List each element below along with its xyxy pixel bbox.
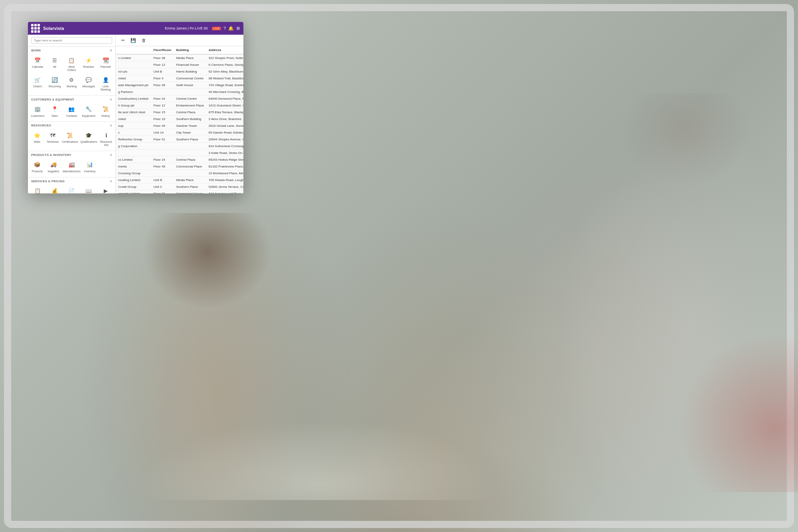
suppliers-icon: 🚚 <box>49 160 58 169</box>
resource-info-label: Resource Info <box>100 140 113 146</box>
sidebar-item-customers[interactable]: 🏢 Customers <box>30 103 46 119</box>
window-body: WORK ∧ 📅 Calendar ☰ All 📋 Work Orders <box>28 35 243 193</box>
table-row[interactable]: cs Limited Floor 24 Central Plaza 65243 … <box>116 156 243 163</box>
table-row[interactable]: Refineries Group Floor 31 Southern Plaza… <box>116 136 243 143</box>
table-row[interactable]: mited Floor 4 Commercial Centre 98 Molan… <box>116 75 243 82</box>
delete-button[interactable]: 🗑 <box>140 36 148 44</box>
table-row[interactable]: ments Floor 49 Commercial Place 81192 Pr… <box>116 163 243 170</box>
cell-company: cs Limited <box>116 156 151 163</box>
cell-floor: Floor 38 <box>151 54 174 61</box>
sidebar-item-service-levels[interactable]: 📋 Service Levels <box>30 185 46 194</box>
sidebar-item-planned[interactable]: 📆 Planned <box>97 54 114 73</box>
sidebar-section-work: WORK ∧ 📅 Calendar ☰ All 📋 Work Orders <box>28 47 115 96</box>
application-window: Solarvista Emma James | PA LIVE 60 LIVE … <box>28 22 243 193</box>
table-body: s Limited Floor 38 Media Place 322 Shopk… <box>116 54 243 193</box>
table-row[interactable]: g Partners 40 Merchant Crossing, Bridge <box>116 89 243 95</box>
notifications-icon[interactable]: 🔔 <box>228 26 234 31</box>
table-row[interactable]: tte and Ullrich Hold Floor 15 Central Pl… <box>116 109 243 116</box>
sidebar-item-working[interactable]: ⚙ Working <box>63 74 80 93</box>
sidebar-item-history[interactable]: 📜 History <box>97 103 114 119</box>
table-row[interactable]: nsulting Limited Unit B Media Place 709 … <box>116 177 243 183</box>
sidebar-item-orders[interactable]: 🛒 Orders <box>30 74 46 93</box>
sidebar-item-recurring[interactable]: 🔄 Recurring <box>47 74 63 93</box>
cell-address: 40 Merchant Crossing, Bridge <box>206 89 243 95</box>
sidebar-section-resources: RESOURCES ∧ ⭐ Skills 🗺 Territories 📜 Cer… <box>28 122 115 151</box>
sidebar-item-skills[interactable]: ⭐ Skills <box>30 129 45 148</box>
cell-building: Southern Place <box>174 183 206 190</box>
section-header-resources: RESOURCES ∧ <box>28 122 115 128</box>
sidebar-item-sites[interactable]: 📍 Sites <box>47 103 63 119</box>
cell-address: 64540 Kenwood Place, Nottin <box>206 95 243 102</box>
data-table-container: Floor/Room Building Address s Limited Fl… <box>116 46 243 193</box>
table-row[interactable]: Crossing Group 10 Brentwood Place, Alton… <box>116 170 243 177</box>
certifications-icon: 📜 <box>65 131 74 140</box>
sidebar-item-resource-info[interactable]: ℹ Resource Info <box>99 129 114 148</box>
table-row[interactable]: h Group plc Floor 12 Embankment Plaza 10… <box>116 102 243 109</box>
table-row[interactable]: 3 Katie Road, Stoke-On-Trent, <box>116 150 243 156</box>
save-button[interactable]: 💾 <box>129 36 137 44</box>
sidebar-item-inventory[interactable]: 📊 Inventory <box>82 159 98 175</box>
table-row[interactable]: Credit Group Unit C Southern Place 52840… <box>116 183 243 190</box>
cell-floor <box>151 170 174 177</box>
products-label: Products <box>32 170 43 173</box>
sidebar-item-equipment[interactable]: 🔧 Equipment <box>81 103 97 119</box>
history-label: History <box>101 114 110 118</box>
table-row[interactable]: g Corporation 624 Sutherland Crossing, H… <box>116 143 243 150</box>
table-row[interactable]: oup Floor 49 Gardner Tower 2619 Gerald L… <box>116 122 243 129</box>
sidebar-item-work-orders[interactable]: 📋 Work Orders <box>63 54 80 73</box>
table-row[interactable]: Floor 12 Financial House 6 Clemons Plaza… <box>116 61 243 68</box>
settings-icon[interactable]: ⚙ <box>236 26 240 31</box>
cell-floor <box>151 89 174 95</box>
cell-address: 2619 Gerald Lane, Norwich, N <box>206 122 243 129</box>
table-row[interactable]: s Limited Floor 38 Media Place 322 Shopk… <box>116 54 243 61</box>
table-row[interactable]: rch plc Unit B Harris Building 62 Grim A… <box>116 68 243 75</box>
manufacturers-label: Manufacturers <box>63 170 81 173</box>
sidebar-item-suppliers[interactable]: 🚚 Suppliers <box>46 159 61 175</box>
sidebar-item-messages[interactable]: 💬 Messages <box>81 74 97 93</box>
search-input[interactable] <box>31 37 112 44</box>
products-icons-grid: 📦 Products 🚚 Suppliers 🏭 Manufacturers 📊… <box>28 158 115 177</box>
table-row[interactable]: pments Limited Floor 33 Commercial House… <box>116 190 243 194</box>
table-row[interactable]: c Unit 14 City Tower 65 Darwin Road, Edi… <box>116 129 243 136</box>
edit-button[interactable]: ✏ <box>119 36 127 44</box>
cell-company <box>116 61 151 68</box>
cell-company: nsulting Limited <box>116 177 151 183</box>
sidebar-item-territories[interactable]: 🗺 Territories <box>45 129 61 148</box>
chevron-icon: ∧ <box>110 124 112 127</box>
sidebar-item-actions[interactable]: ▶ Actions <box>97 185 114 194</box>
sidebar-item-qualifications[interactable]: 🎓 Qualifications <box>79 129 98 148</box>
service-levels-icon: 📋 <box>33 187 42 194</box>
skills-icon: ⭐ <box>33 131 41 140</box>
working-label: Working <box>67 85 77 88</box>
user-label: Emma James | PA LIVE 60 <box>165 26 208 30</box>
sidebar-item-pricing-policies[interactable]: 📄 Pricing Policies <box>63 185 80 194</box>
sidebar-item-manufacturers[interactable]: 🏭 Manufacturers <box>62 159 81 175</box>
cell-floor: Floor 49 <box>151 122 174 129</box>
cell-floor: Floor 33 <box>151 190 174 194</box>
sidebar-item-contacts[interactable]: 👥 Contacts <box>63 103 80 119</box>
sites-icon: 📍 <box>50 105 59 114</box>
sidebar-item-calendar[interactable]: 📅 Calendar <box>30 54 46 73</box>
sidebar-item-certifications[interactable]: 📜 Certifications <box>61 129 79 148</box>
contacts-label: Contacts <box>66 114 77 118</box>
sidebar-item-all[interactable]: ☰ All <box>47 54 63 73</box>
resource-pricing-icon: 💰 <box>50 187 59 194</box>
sidebar-item-price-book[interactable]: 📖 Price Book <box>81 185 97 194</box>
cell-company: Crossing Group <box>116 170 151 177</box>
cell-floor: Unit C <box>151 183 174 190</box>
sidebar-item-resource-pricing[interactable]: 💰 Resource Pricing <box>47 185 63 194</box>
sidebar-item-reactive[interactable]: ⚡ Reactive <box>81 54 97 73</box>
cell-floor: Floor 31 <box>151 136 174 143</box>
qualifications-label: Qualifications <box>80 140 97 144</box>
table-row[interactable]: Construction) Limited Floor 24 Central C… <box>116 95 243 102</box>
sidebar-item-lone-working[interactable]: 👤 Lone Working <box>97 74 114 93</box>
table-row[interactable]: mited Floor 19 Southern Building 2 Almo … <box>116 116 243 122</box>
sidebar-item-products[interactable]: 📦 Products <box>30 159 45 175</box>
cell-address: 20044 Shopko Avenue, Suttor <box>206 136 243 143</box>
cell-building: Media Place <box>174 54 206 61</box>
orders-icon: 🛒 <box>33 75 42 84</box>
help-icon[interactable]: ? <box>223 26 226 31</box>
table-row[interactable]: aste Management plc Floor 49 Swift House… <box>116 82 243 89</box>
calendar-icon: 📅 <box>33 56 42 65</box>
grid-icon[interactable] <box>31 24 40 33</box>
